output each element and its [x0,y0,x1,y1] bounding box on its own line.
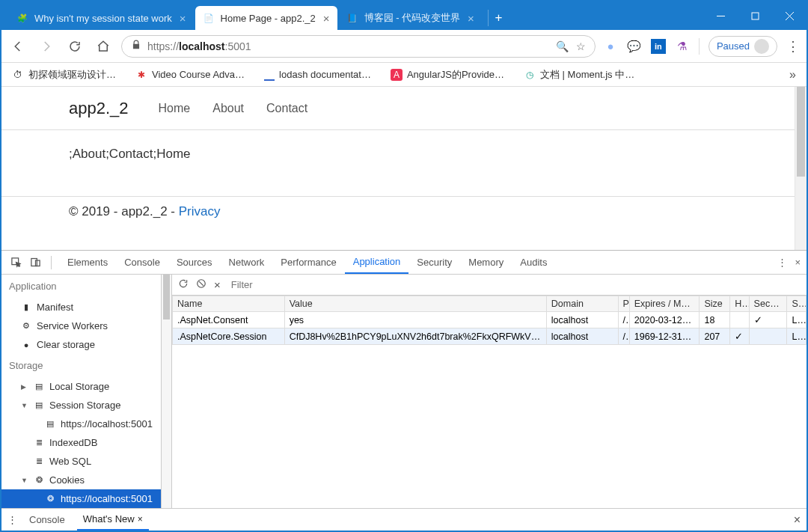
devtools-close-icon[interactable]: × [795,257,801,268]
address-bar[interactable]: https://localhost:5001 🔍 ☆ [121,35,596,58]
bookmark-overflow-icon[interactable]: » [789,68,796,82]
flask-icon[interactable]: ⚗ [675,39,690,54]
bookmark-item[interactable]: AAngularJS的Provide… [391,68,504,82]
application-sidebar: Application ▮Manifest ⚙Service Workers ●… [1,275,162,508]
column-header[interactable]: H… [730,296,749,312]
sidebar-item-service-workers[interactable]: ⚙Service Workers [1,317,161,335]
bookmark-item[interactable]: ◷文档 | Moment.js 中… [524,68,634,82]
clear-icon: ● [21,340,31,350]
site-brand[interactable]: app2._2 [69,99,129,118]
kebab-menu-icon[interactable]: ⋮ [777,257,787,268]
forward-button[interactable] [36,36,57,57]
star-icon[interactable]: ☆ [576,40,586,52]
column-header[interactable]: Name [173,296,285,312]
bookmark-label: AngularJS的Provide… [407,68,504,82]
drawer-close-icon[interactable]: × [794,513,801,527]
storage-icon: ▤ [34,400,44,411]
close-icon[interactable]: × [323,12,330,25]
delete-icon[interactable]: × [214,278,221,291]
database-icon: ≣ [34,456,44,467]
reload-button[interactable] [64,36,85,57]
sidebar-item-websql[interactable]: ≣Web SQL [1,452,161,471]
nav-link-home[interactable]: Home [159,102,191,115]
filter-input[interactable] [228,278,801,292]
profile-paused-chip[interactable]: Paused [708,36,777,57]
devtools-tab-security[interactable]: Security [408,251,460,274]
column-header[interactable]: Value [284,296,546,312]
home-button[interactable] [93,36,114,57]
wechat-icon[interactable]: 💬 [627,39,642,54]
favicon-icon: 📄 [203,12,215,24]
bookmark-label: Video Course Adva… [152,69,245,80]
column-header[interactable]: Expires / Max… [629,296,700,312]
minimize-button[interactable] [703,1,738,30]
sidebar-item-session-storage-origin[interactable]: ▤https://localhost:5001 [1,415,161,433]
devtools-tab-performance[interactable]: Performance [272,251,344,274]
close-icon[interactable]: × [468,12,474,25]
device-toggle-icon[interactable] [27,257,43,268]
browser-tab-2[interactable]: 📘 博客园 - 代码改变世界 × [339,6,482,30]
column-header[interactable]: Domain [546,296,618,312]
sidebar-item-cookies-origin[interactable]: ❂https://localhost:5001 [1,489,161,508]
column-header[interactable]: Size [700,296,730,312]
devtools-tab-network[interactable]: Network [221,251,273,274]
kebab-menu-icon[interactable]: ⋮ [7,514,17,525]
cookie-icon: ❂ [34,475,44,486]
devtools-tab-audits[interactable]: Audits [512,251,555,274]
page-footer: © 2019 - app2._2 - Privacy [1,196,795,219]
bookmark-item[interactable]: ✱Video Course Adva… [135,69,245,81]
sidebar-item-cookies[interactable]: ▼❂Cookies [1,471,161,489]
kebab-menu-icon[interactable]: ⋮ [786,38,801,55]
new-tab-button[interactable]: + [488,10,509,26]
extension-icon[interactable]: ● [603,39,618,54]
bookmark-item[interactable]: ⏱初探领域驱动设计… [12,68,116,82]
close-icon[interactable]: × [138,514,143,525]
search-icon[interactable]: 🔍 [556,40,569,52]
column-header[interactable]: Secure [749,296,787,312]
linkedin-icon[interactable]: in [651,39,666,54]
sidebar-scrollbar[interactable] [162,275,172,508]
chevron-right-icon: ▶ [21,383,28,391]
back-button[interactable] [7,36,28,57]
sidebar-item-clear-storage[interactable]: ●Clear storage [1,335,161,354]
bookmark-icon: ⏱ [12,69,24,81]
page-scrollbar[interactable] [795,87,807,250]
browser-tab-1[interactable]: 📄 Home Page - app2._2 × [195,6,337,30]
bookmark-label: lodash documentat… [279,69,371,80]
footer-text: © 2019 - app2._2 - [69,204,179,218]
devtools-tab-memory[interactable]: Memory [460,251,512,274]
refresh-icon[interactable] [178,278,189,291]
bookmarks-bar: ⏱初探领域驱动设计… ✱Video Course Adva… lodash do… [1,63,807,87]
close-icon[interactable]: × [180,12,186,25]
table-row[interactable]: .AspNet.Consentyeslocalhost/2020-03-12T…… [173,312,807,328]
devtools-tab-console[interactable]: Console [116,251,168,274]
favicon-icon: 📘 [346,12,358,24]
sidebar-item-manifest[interactable]: ▮Manifest [1,298,161,317]
nav-link-about[interactable]: About [212,102,244,115]
column-header[interactable]: S… [787,296,807,312]
inspect-element-icon[interactable] [7,257,24,268]
bookmark-item[interactable]: lodash documentat… [264,69,371,81]
table-row[interactable]: .AspNetCore.SessionCfDJ8Hv%2B1hPCY9pLuXN… [173,328,807,345]
footer-privacy-link[interactable]: Privacy [179,204,221,218]
cookies-table[interactable]: NameValueDomainPExpires / Max…SizeH…Secu… [172,296,807,508]
column-header[interactable]: P [618,296,629,312]
browser-tab-0[interactable]: 🧩 Why isn't my session state work × [9,6,194,30]
clear-all-icon[interactable] [196,278,206,291]
browser-toolbar: https://localhost:5001 🔍 ☆ ● 💬 in ⚗ Paus… [1,30,807,63]
devtools-tab-elements[interactable]: Elements [59,251,116,274]
sidebar-section-storage: Storage [1,354,161,377]
devtools-tab-sources[interactable]: Sources [168,251,221,274]
maximize-button[interactable] [738,1,772,30]
chevron-down-icon: ▼ [21,477,28,484]
drawer-tab-console[interactable]: Console [23,509,71,531]
file-icon: ▮ [21,302,31,313]
sidebar-item-session-storage[interactable]: ▼▤Session Storage [1,396,161,415]
close-window-button[interactable] [772,1,807,30]
bookmark-icon: A [391,69,403,81]
nav-link-contact[interactable]: Contact [266,102,307,115]
sidebar-item-indexeddb[interactable]: ≣IndexedDB [1,433,161,452]
drawer-tab-whats-new[interactable]: What's New× [77,509,149,531]
devtools-tab-application[interactable]: Application [345,251,409,274]
sidebar-item-local-storage[interactable]: ▶▤Local Storage [1,377,161,396]
